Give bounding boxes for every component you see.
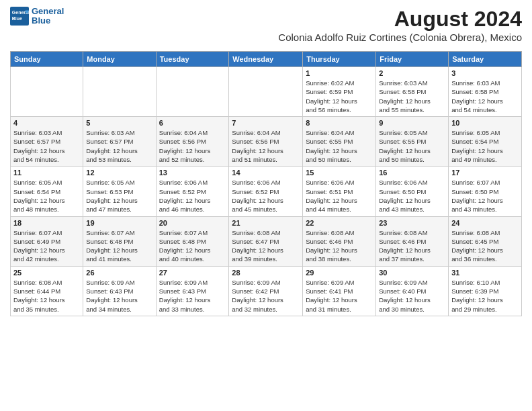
day-info: Sunrise: 6:05 AM Sunset: 6:53 PM Dayligh… — [86, 178, 152, 214]
day-info: Sunrise: 6:06 AM Sunset: 6:50 PM Dayligh… — [379, 178, 445, 214]
calendar-cell: 17Sunrise: 6:07 AM Sunset: 6:50 PM Dayli… — [449, 167, 522, 216]
calendar-week-row: 4Sunrise: 6:03 AM Sunset: 6:57 PM Daylig… — [11, 117, 522, 167]
svg-text:Blue: Blue — [12, 16, 22, 21]
day-number: 8 — [306, 119, 373, 127]
day-number: 5 — [86, 119, 152, 127]
day-info: Sunrise: 6:03 AM Sunset: 6:57 PM Dayligh… — [13, 128, 80, 164]
day-info: Sunrise: 6:09 AM Sunset: 6:43 PM Dayligh… — [86, 278, 152, 314]
day-number: 6 — [159, 119, 226, 127]
calendar-cell: 9Sunrise: 6:05 AM Sunset: 6:55 PM Daylig… — [376, 117, 449, 167]
calendar-cell: 5Sunrise: 6:03 AM Sunset: 6:57 PM Daylig… — [83, 117, 156, 167]
weekday-header: Thursday — [303, 52, 376, 67]
day-number: 17 — [451, 169, 519, 177]
day-info: Sunrise: 6:05 AM Sunset: 6:55 PM Dayligh… — [379, 128, 445, 164]
weekday-header: Wednesday — [229, 52, 303, 67]
day-number: 27 — [159, 269, 226, 277]
day-number: 14 — [232, 169, 300, 177]
day-info: Sunrise: 6:03 AM Sunset: 6:58 PM Dayligh… — [379, 79, 445, 114]
day-number: 15 — [306, 169, 373, 177]
day-number: 28 — [232, 269, 300, 277]
day-number: 21 — [232, 219, 300, 227]
day-number: 10 — [451, 119, 519, 127]
page-subtitle: Colonia Adolfo Ruiz Cortines (Colonia Ob… — [278, 32, 522, 43]
calendar-cell: 25Sunrise: 6:08 AM Sunset: 6:44 PM Dayli… — [11, 266, 83, 316]
calendar-cell: 24Sunrise: 6:08 AM Sunset: 6:45 PM Dayli… — [449, 216, 522, 266]
calendar-cell: 28Sunrise: 6:09 AM Sunset: 6:42 PM Dayli… — [229, 266, 303, 316]
calendar-cell: 10Sunrise: 6:05 AM Sunset: 6:54 PM Dayli… — [449, 117, 522, 167]
calendar-cell: 1Sunrise: 6:02 AM Sunset: 6:59 PM Daylig… — [303, 67, 376, 117]
day-info: Sunrise: 6:10 AM Sunset: 6:39 PM Dayligh… — [451, 278, 519, 314]
calendar-cell: 27Sunrise: 6:09 AM Sunset: 6:43 PM Dayli… — [156, 266, 229, 316]
day-number: 24 — [451, 219, 519, 227]
page-title: August 2024 — [278, 7, 522, 32]
day-info: Sunrise: 6:07 AM Sunset: 6:50 PM Dayligh… — [451, 178, 519, 214]
day-number: 1 — [306, 69, 373, 77]
day-info: Sunrise: 6:04 AM Sunset: 6:56 PM Dayligh… — [232, 128, 300, 164]
day-number: 30 — [379, 269, 445, 277]
day-info: Sunrise: 6:04 AM Sunset: 6:56 PM Dayligh… — [159, 128, 226, 164]
day-number: 12 — [86, 169, 152, 177]
calendar-cell: 12Sunrise: 6:05 AM Sunset: 6:53 PM Dayli… — [83, 167, 156, 216]
day-number: 29 — [306, 269, 373, 277]
calendar-cell: 11Sunrise: 6:05 AM Sunset: 6:54 PM Dayli… — [11, 167, 83, 216]
day-number: 26 — [86, 269, 152, 277]
weekday-header: Tuesday — [156, 52, 229, 67]
calendar-cell: 6Sunrise: 6:04 AM Sunset: 6:56 PM Daylig… — [156, 117, 229, 167]
day-info: Sunrise: 6:02 AM Sunset: 6:59 PM Dayligh… — [306, 79, 373, 114]
weekday-header: Monday — [83, 52, 156, 67]
calendar-cell: 4Sunrise: 6:03 AM Sunset: 6:57 PM Daylig… — [11, 117, 83, 167]
calendar-cell — [229, 67, 303, 117]
day-info: Sunrise: 6:03 AM Sunset: 6:58 PM Dayligh… — [451, 79, 519, 114]
day-info: Sunrise: 6:08 AM Sunset: 6:47 PM Dayligh… — [232, 228, 300, 264]
calendar-cell: 26Sunrise: 6:09 AM Sunset: 6:43 PM Dayli… — [83, 266, 156, 316]
day-info: Sunrise: 6:08 AM Sunset: 6:46 PM Dayligh… — [306, 228, 373, 264]
day-info: Sunrise: 6:03 AM Sunset: 6:57 PM Dayligh… — [86, 128, 152, 164]
day-number: 23 — [379, 219, 445, 227]
day-number: 13 — [159, 169, 226, 177]
day-number: 19 — [86, 219, 152, 227]
calendar-cell: 7Sunrise: 6:04 AM Sunset: 6:56 PM Daylig… — [229, 117, 303, 167]
calendar-week-row: 1Sunrise: 6:02 AM Sunset: 6:59 PM Daylig… — [11, 67, 522, 117]
day-number: 18 — [13, 219, 80, 227]
day-info: Sunrise: 6:09 AM Sunset: 6:42 PM Dayligh… — [232, 278, 300, 314]
calendar-cell: 15Sunrise: 6:06 AM Sunset: 6:51 PM Dayli… — [303, 167, 376, 216]
calendar-header-row: SundayMondayTuesdayWednesdayThursdayFrid… — [11, 52, 522, 67]
day-number: 11 — [13, 169, 80, 177]
day-info: Sunrise: 6:09 AM Sunset: 6:41 PM Dayligh… — [306, 278, 373, 314]
day-info: Sunrise: 6:07 AM Sunset: 6:48 PM Dayligh… — [159, 228, 226, 264]
calendar-week-row: 25Sunrise: 6:08 AM Sunset: 6:44 PM Dayli… — [11, 266, 522, 316]
calendar-cell: 30Sunrise: 6:09 AM Sunset: 6:40 PM Dayli… — [376, 266, 449, 316]
day-number: 4 — [13, 119, 80, 127]
day-info: Sunrise: 6:06 AM Sunset: 6:52 PM Dayligh… — [232, 178, 300, 214]
day-number: 20 — [159, 219, 226, 227]
day-info: Sunrise: 6:04 AM Sunset: 6:55 PM Dayligh… — [306, 128, 373, 164]
day-info: Sunrise: 6:09 AM Sunset: 6:40 PM Dayligh… — [379, 278, 445, 314]
day-info: Sunrise: 6:08 AM Sunset: 6:46 PM Dayligh… — [379, 228, 445, 264]
day-info: Sunrise: 6:06 AM Sunset: 6:51 PM Dayligh… — [306, 178, 373, 214]
calendar-cell: 18Sunrise: 6:07 AM Sunset: 6:49 PM Dayli… — [11, 216, 83, 266]
calendar-table: SundayMondayTuesdayWednesdayThursdayFrid… — [10, 51, 522, 316]
calendar-cell: 2Sunrise: 6:03 AM Sunset: 6:58 PM Daylig… — [376, 67, 449, 117]
day-info: Sunrise: 6:09 AM Sunset: 6:43 PM Dayligh… — [159, 278, 226, 314]
calendar-week-row: 11Sunrise: 6:05 AM Sunset: 6:54 PM Dayli… — [11, 167, 522, 216]
calendar-cell — [83, 67, 156, 117]
logo-text: General Blue — [32, 7, 64, 26]
weekday-header: Saturday — [449, 52, 522, 67]
calendar-cell: 8Sunrise: 6:04 AM Sunset: 6:55 PM Daylig… — [303, 117, 376, 167]
calendar-cell: 29Sunrise: 6:09 AM Sunset: 6:41 PM Dayli… — [303, 266, 376, 316]
title-section: August 2024 Colonia Adolfo Ruiz Cortines… — [278, 7, 522, 47]
calendar-cell — [156, 67, 229, 117]
logo-icon: General Blue — [10, 7, 29, 26]
weekday-header: Friday — [376, 52, 449, 67]
calendar-week-row: 18Sunrise: 6:07 AM Sunset: 6:49 PM Dayli… — [11, 216, 522, 266]
calendar-cell: 19Sunrise: 6:07 AM Sunset: 6:48 PM Dayli… — [83, 216, 156, 266]
calendar-cell: 13Sunrise: 6:06 AM Sunset: 6:52 PM Dayli… — [156, 167, 229, 216]
day-number: 16 — [379, 169, 445, 177]
day-info: Sunrise: 6:05 AM Sunset: 6:54 PM Dayligh… — [13, 178, 80, 214]
calendar-cell — [11, 67, 83, 117]
day-info: Sunrise: 6:07 AM Sunset: 6:49 PM Dayligh… — [13, 228, 80, 264]
day-info: Sunrise: 6:06 AM Sunset: 6:52 PM Dayligh… — [159, 178, 226, 214]
day-number: 3 — [451, 69, 519, 77]
calendar-cell: 23Sunrise: 6:08 AM Sunset: 6:46 PM Dayli… — [376, 216, 449, 266]
calendar-cell: 22Sunrise: 6:08 AM Sunset: 6:46 PM Dayli… — [303, 216, 376, 266]
